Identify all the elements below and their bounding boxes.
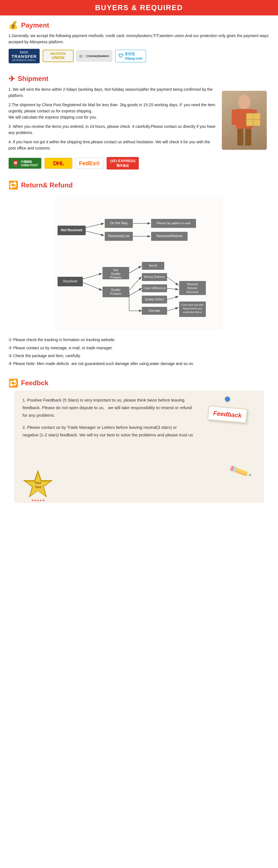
feedback-section: 🔁 Feedbck 1. Positive Feedback (5 Stars)… (0, 373, 278, 506)
feedback-card-area: Feedback (199, 396, 255, 443)
payment-section: 💰 Payment 1.Generally, we accept the fol… (0, 16, 278, 69)
person-illustration (226, 92, 263, 148)
received-refund-label: Received/Refund (157, 234, 182, 238)
svg-text:Quality: Quality (111, 272, 121, 275)
western-union-logo: WESTERN UNION (43, 50, 74, 62)
dhl-logo: DHL (44, 158, 72, 169)
shipment-layout: 1. We will sent the items within 2-5days… (8, 86, 270, 154)
be-patient-label: Please be patient to wait (157, 221, 190, 225)
svg-text:Discount: Discount (186, 290, 199, 293)
svg-text:requirements you: requirements you (182, 307, 202, 310)
gold-badge: Your Text ★ ★ ★ ★ ★ (23, 469, 54, 500)
china-post-logo: 📮 中国邮政CHINA POST (8, 158, 41, 169)
not-quality-label: Not (113, 268, 118, 272)
page-header: BUYERS & REQUIRED (0, 0, 278, 16)
svg-rect-5 (245, 129, 251, 146)
damage-label: Damage (148, 309, 160, 312)
svg-text:Problem: Problem (110, 292, 121, 295)
svg-text:Problem: Problem (110, 276, 121, 279)
received-label: Received (63, 279, 77, 283)
svg-rect-2 (232, 110, 237, 125)
flowchart: Not Received On the Way Please be patien… (13, 195, 265, 330)
feedback-point-2: 2. Please contact us by Trade Manager or… (23, 424, 194, 439)
shipment-point-3: 3. When you receive the items you ordere… (8, 123, 216, 136)
feedback-card-wrapper: Feedback (208, 399, 247, 422)
feedback-title: 🔁 Feedbck (8, 378, 270, 388)
shipping-logos: 📮 中国邮政CHINA POST DHL FedEx® (SF) EXPRESS… (8, 157, 270, 170)
airplane-icon: ✈ (8, 74, 15, 84)
color-difference-label: Color Difference (143, 286, 165, 290)
pin (225, 397, 230, 402)
return-section: 🔁 Return& Refund Not Received On the Way (0, 175, 278, 373)
not-fit-label: Not fit (149, 264, 157, 267)
shipment-point-1: 1. We will sent the items within 2-5days… (8, 86, 216, 99)
shipment-point-2: 2.The shipment by China Post Registered … (8, 102, 216, 121)
payment-title: 💰 Payment (8, 21, 270, 30)
badge-star: Your Text (23, 469, 54, 500)
feedback-card: Feedback (208, 406, 247, 423)
quality-problem-label: Quality (111, 288, 121, 291)
payment-logos: BANK TRANSFER INTERNATIONAL WESTERN UNIO… (8, 49, 270, 63)
flowchart-container: Not Received On the Way Please be patien… (8, 192, 270, 333)
pencil-decoration: ✏️ (228, 459, 253, 484)
return-title: 🔁 Return& Refund (8, 180, 270, 190)
resend-refund-label: Resend (187, 282, 198, 286)
wrong-delivery-label: Wrong Delivery (144, 275, 165, 278)
feedback-content: 1. Positive Feedback (5 Stars) is very i… (14, 391, 264, 503)
feedback-text: 1. Positive Feedback (5 Stars) is very i… (23, 396, 194, 443)
svg-text:Text: Text (35, 485, 41, 489)
svg-text:Your: Your (35, 481, 41, 485)
note-3: ③ Check the package and Item, carefully. (8, 352, 270, 360)
fedex-logo: FedEx® (75, 158, 104, 169)
shipment-title: ✈ Shipment (8, 74, 270, 84)
payment-description: 1.Generally, we accept the following pay… (8, 33, 270, 45)
shipment-point-4: 4. If you have not got it within the shi… (8, 139, 216, 151)
bank-transfer-logo: BANK TRANSFER INTERNATIONAL (8, 49, 40, 63)
moneybookers-logo: ((( ○ ))) moneybookers (76, 50, 112, 62)
gold-badge-area: Your Text ★ ★ ★ ★ ★ (23, 469, 54, 500)
svg-point-0 (238, 95, 250, 109)
note-1: ① Please check the tracking in formation… (8, 336, 270, 344)
received-lost-label: Received/Lost (108, 234, 130, 238)
sf-express-logo: (SF) EXPRESS 顺丰速运 (106, 157, 139, 170)
svg-text:Refund: Refund (187, 286, 197, 290)
payment-icon: 💰 (8, 21, 18, 30)
feedback-layout: 1. Positive Feedback (5 Stars) is very i… (23, 396, 255, 443)
feedback-point-1: 1. Positive Feedback (5 Stars) is very i… (23, 396, 194, 419)
svg-text:If you have any else: If you have any else (181, 304, 204, 306)
shipment-section: ✈ Shipment 1. We will sent the items wit… (0, 69, 278, 176)
return-icon: 🔁 (8, 180, 18, 190)
shipment-text: 1. We will sent the items within 2-5days… (8, 86, 216, 154)
note-4: ④ Please Note: Men made defects are not … (8, 360, 270, 368)
note-2: ② Please contact us by meesage, e-mail, … (8, 344, 270, 352)
on-the-way-label: On the Way (110, 221, 128, 225)
svg-rect-4 (237, 129, 243, 146)
feedback-card-title: Feedback (213, 409, 242, 419)
return-notes: ① Please check the tracking in formation… (8, 333, 270, 371)
shipment-image (219, 86, 270, 154)
not-received-label: Not Received (61, 228, 82, 232)
alipay-logo: 🛡 支付宝Alipay.com (115, 50, 146, 62)
page-title: BUYERS & REQUIRED (0, 3, 278, 12)
svg-text:could also tell us: could also tell us (183, 311, 202, 314)
quality-defect-label: Quality Defect (145, 298, 164, 301)
feedback-icon: 🔁 (8, 378, 18, 388)
